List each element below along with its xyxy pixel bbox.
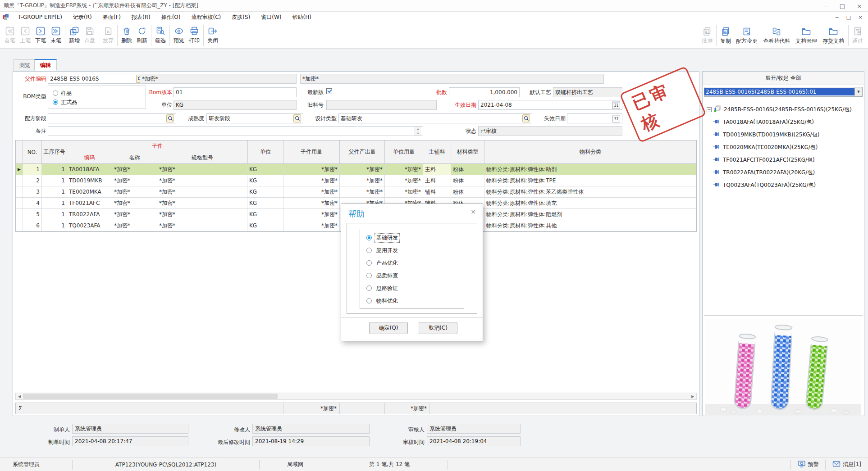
minimize-button[interactable]: ─	[817, 0, 834, 12]
col-code[interactable]: 编码	[67, 152, 112, 163]
alert-button[interactable]: 预警	[791, 458, 825, 471]
approve-icon	[853, 27, 863, 36]
radio-option-quality-check[interactable]: 品质排查	[366, 269, 464, 282]
discard-icon	[103, 26, 113, 36]
batch-field[interactable]: 1,000.000	[449, 87, 520, 97]
close-button[interactable]: ×	[851, 0, 868, 12]
col-no[interactable]: NO.	[23, 140, 42, 163]
col-seq[interactable]: 工序序号	[42, 140, 67, 163]
menu-help[interactable]: 帮助(H)	[287, 12, 316, 23]
expand-collapse-all-button[interactable]: 展开/收起 全部	[703, 72, 864, 85]
col-spec[interactable]: 规格型号	[157, 152, 247, 163]
tree-item[interactable]: TE0020MKA(TE0020MKA)(25KG/包)	[713, 141, 863, 154]
radio-option-material-opt[interactable]: 物料优化	[366, 294, 464, 307]
maturity-field[interactable]: 研发阶段	[206, 113, 303, 123]
filter-icon	[155, 26, 165, 36]
tree-item[interactable]: TQ0023AFA(TQ0023AFA)(25KG/包)	[713, 179, 863, 191]
horizontal-scrollbar[interactable]: ◀ ▶	[15, 393, 697, 400]
col-ma[interactable]: 主辅料	[423, 140, 451, 163]
add-button[interactable]: 新增	[67, 24, 82, 47]
table-row[interactable]: 2 1 TD0019MKB *加密* *加密* KG *加密* *加密* *加密…	[16, 175, 696, 186]
menu-tgroup-erp[interactable]: T-GROUP ERP(E)	[13, 12, 68, 23]
filter-button[interactable]: 筛选	[153, 24, 168, 47]
pin-icon	[713, 144, 721, 151]
calendar-icon[interactable]: 31	[612, 115, 620, 122]
lookup-icon[interactable]	[293, 114, 301, 122]
col-mt[interactable]: 材料类型	[451, 140, 484, 163]
expire-date-field[interactable]: 31	[567, 113, 622, 123]
spinner-icon[interactable]: ▲▼	[415, 127, 421, 136]
calendar-icon[interactable]: 31	[612, 101, 620, 109]
col-cat[interactable]: 物料分类	[484, 140, 696, 163]
lookup-icon[interactable]	[166, 114, 174, 122]
tree-item[interactable]: TD0019MKB(TD0019MKB)(25KG/包)	[713, 128, 863, 141]
tree-item[interactable]: TR0022AFA(TR0022AFA)(20KG/包)	[713, 166, 863, 179]
radio-icon	[366, 298, 372, 303]
tree-root-node[interactable]: − 2485B-ESS-0016S(2485B-ESS-0016S)(25KG/…	[707, 103, 863, 116]
menu-skin[interactable]: 皮肤(S)	[226, 12, 256, 23]
col-qty[interactable]: 子件用量	[283, 140, 340, 163]
view-substitute-button[interactable]: 查看替代料	[760, 24, 793, 47]
dialog-close-icon[interactable]: ×	[469, 208, 477, 216]
menu-operate[interactable]: 操作(O)	[156, 12, 186, 23]
remark-field[interactable]: ▲▼	[48, 126, 423, 136]
mdi-restore-button[interactable]: □	[843, 12, 854, 23]
parent-code-field[interactable]: 2485B-ESS-0016S	[48, 74, 146, 84]
menu-report[interactable]: 报表(R)	[126, 12, 156, 23]
effective-date-field[interactable]: 2021-04-08 31	[478, 100, 622, 110]
delete-button[interactable]: 删除	[119, 24, 134, 47]
menu-window[interactable]: 窗口(W)	[256, 12, 287, 23]
menu-record[interactable]: 记录(R)	[68, 12, 97, 23]
lookup-icon[interactable]	[522, 114, 530, 122]
table-row[interactable]: ▶ 1 1 TA0018AFA *加密* *加密* KG *加密* *加密* *…	[16, 164, 696, 175]
menu-flow-audit[interactable]: 流程审核(C)	[186, 12, 227, 23]
radio-option-product-opt[interactable]: 产品优化	[366, 257, 464, 269]
print-button[interactable]: 打印	[187, 24, 202, 47]
bom-version-combo[interactable]: 2485B-ESS-0016S(2485B-ESS-0016S):01 ▼	[704, 87, 863, 97]
modifier-field: 系统管理员	[252, 424, 370, 434]
scroll-right-icon[interactable]: ▶	[689, 393, 696, 399]
col-group-child: 子件	[67, 140, 247, 152]
formula-change-button[interactable]: 配方变更	[733, 24, 760, 47]
collapse-icon[interactable]: −	[707, 107, 712, 112]
scroll-left-icon[interactable]: ◀	[16, 393, 23, 399]
radio-option-app-dev[interactable]: 应用开发	[366, 244, 464, 257]
last-record-button[interactable]: 末笔	[48, 24, 64, 47]
mdi-minimize-button[interactable]: ─	[831, 12, 843, 23]
tree-item[interactable]: TF0021AFC(TF0021AFC)(25KG/包)	[713, 154, 863, 166]
cancel-button[interactable]: 取消(C)	[419, 322, 457, 334]
close-module-button[interactable]: 关闭	[205, 24, 220, 47]
col-uqty[interactable]: 单位用量	[385, 140, 423, 163]
product-photo	[705, 319, 861, 415]
latest-version-checkbox[interactable]	[326, 88, 332, 94]
tree-item[interactable]: TA0018AFA(TA0018AFA)(25KG/包)	[713, 116, 863, 128]
bom-version-field[interactable]: 01	[174, 87, 297, 97]
pin-icon	[713, 157, 721, 163]
preview-button[interactable]: 预览	[171, 24, 187, 47]
menu-interface[interactable]: 界面(F)	[97, 12, 126, 23]
doc-manage-button[interactable]: 文档管理	[793, 24, 820, 47]
next-record-button[interactable]: 下笔	[33, 24, 48, 47]
radio-sample[interactable]: 样品	[53, 89, 146, 98]
scrollbar-thumb[interactable]	[23, 394, 278, 399]
table-row[interactable]: 3 1 TE0020MKA *加密* *加密* KG *加密* *加密* *加密…	[16, 186, 696, 198]
stock-doc-button[interactable]: 存货文档	[820, 24, 847, 47]
radio-option-idea-verify[interactable]: 思路验证	[366, 282, 464, 294]
radio-option-basic-rd[interactable]: 基础研发	[366, 231, 464, 244]
message-button[interactable]: 消息[1]	[826, 458, 868, 471]
col-name[interactable]: 名称	[112, 152, 157, 163]
refresh-button[interactable]: 刷新	[134, 24, 150, 47]
copy-button[interactable]: 复制	[718, 24, 733, 47]
chevron-down-icon[interactable]: ▼	[854, 87, 862, 96]
design-type-field[interactable]: 基础研发	[338, 113, 532, 123]
tab-edit[interactable]: 编辑	[34, 59, 57, 71]
stock-doc-icon	[828, 27, 838, 36]
tab-browse[interactable]: 浏览	[14, 59, 36, 71]
mdi-close-button[interactable]: ×	[854, 12, 866, 23]
ok-button[interactable]: 确定(Q)	[369, 322, 408, 334]
col-unit[interactable]: 单位	[247, 140, 283, 163]
radio-formal[interactable]: 正式品	[53, 98, 146, 107]
col-pout[interactable]: 父件产出量	[340, 140, 385, 163]
restore-button[interactable]: □	[834, 0, 851, 12]
stage-field[interactable]	[48, 113, 176, 123]
